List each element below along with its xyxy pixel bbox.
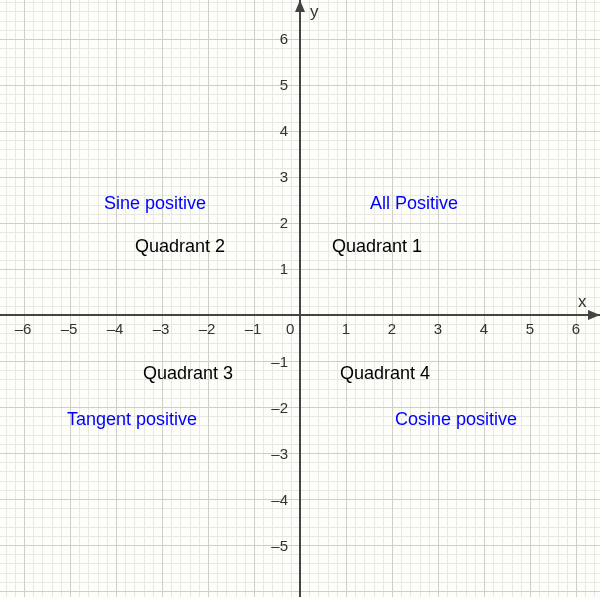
x-tick: 1: [342, 320, 350, 337]
x-tick: –1: [245, 320, 262, 337]
y-axis-line: [299, 0, 301, 597]
y-tick: 6: [280, 30, 288, 47]
x-tick: –6: [15, 320, 32, 337]
y-tick: 4: [280, 122, 288, 139]
y-tick: –3: [271, 445, 288, 462]
quadrant-3-label: Quadrant 3: [143, 363, 233, 384]
trig-sine-positive-label: Sine positive: [104, 193, 206, 214]
y-tick: –5: [271, 537, 288, 554]
x-tick: –4: [107, 320, 124, 337]
x-axis-label: x: [578, 292, 587, 312]
y-tick: 2: [280, 214, 288, 231]
x-tick: 6: [572, 320, 580, 337]
y-axis-arrow-icon: [295, 0, 305, 12]
x-tick: –3: [153, 320, 170, 337]
x-tick: 5: [526, 320, 534, 337]
x-tick: 2: [388, 320, 396, 337]
y-tick: 1: [280, 260, 288, 277]
y-tick: –1: [271, 353, 288, 370]
y-tick: 5: [280, 76, 288, 93]
trig-all-positive-label: All Positive: [370, 193, 458, 214]
coordinate-plane: // We'll generate grid lines via JS belo…: [0, 0, 600, 597]
y-tick: 3: [280, 168, 288, 185]
x-tick: 3: [434, 320, 442, 337]
x-tick: 4: [480, 320, 488, 337]
trig-tangent-positive-label: Tangent positive: [67, 409, 197, 430]
y-tick: –4: [271, 491, 288, 508]
quadrant-1-label: Quadrant 1: [332, 236, 422, 257]
x-axis-line: [0, 314, 600, 316]
y-axis-label: y: [310, 2, 319, 22]
quadrant-2-label: Quadrant 2: [135, 236, 225, 257]
quadrant-4-label: Quadrant 4: [340, 363, 430, 384]
x-tick: –5: [61, 320, 78, 337]
x-axis-arrow-icon: [588, 310, 600, 320]
x-tick: –2: [199, 320, 216, 337]
trig-cosine-positive-label: Cosine positive: [395, 409, 517, 430]
y-tick: –2: [271, 399, 288, 416]
tick-origin: 0: [286, 320, 294, 337]
